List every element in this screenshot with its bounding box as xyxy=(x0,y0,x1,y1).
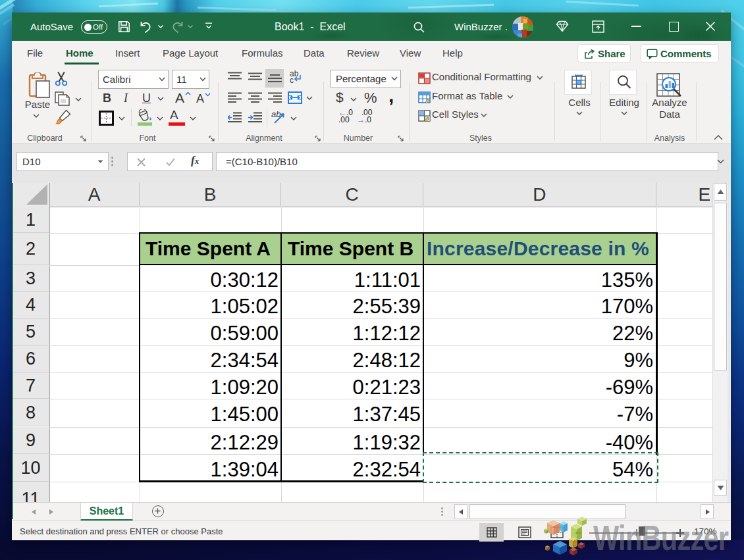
svg-text:c: c xyxy=(290,76,294,84)
